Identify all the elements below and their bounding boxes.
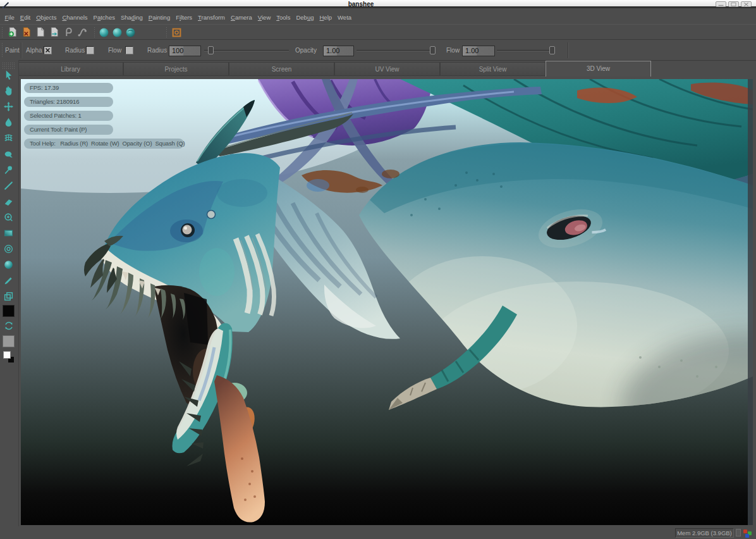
menu-painting[interactable]: Painting — [145, 11, 173, 21]
main-toolbar — [0, 24, 756, 39]
zoom-circle-tool[interactable] — [3, 212, 14, 223]
new-project-icon[interactable] — [8, 27, 18, 37]
radial-falloff-tool[interactable] — [3, 244, 14, 254]
move-transform-tool[interactable] — [3, 101, 14, 112]
flow-toggle-label: Flow — [108, 47, 121, 54]
hud-pill-triangles: Triangles: 2180916 — [24, 97, 113, 107]
radius-field[interactable]: 100 — [169, 46, 201, 56]
flow-label: Flow — [446, 47, 460, 54]
status-bar: Mem 2.9GB (3.9GB) — [0, 526, 756, 539]
select-cursor-tool[interactable] — [3, 70, 14, 80]
tab-uv-view[interactable]: UV View — [334, 62, 440, 76]
close-project-icon[interactable] — [21, 27, 32, 37]
rgb-indicator-blue — [745, 534, 749, 538]
view-tab-bar: LibraryProjectsScreenUV ViewSplit View3D… — [0, 60, 756, 76]
radius-label: Radius — [147, 47, 167, 54]
menu-filters[interactable]: Filters — [173, 11, 195, 21]
screenshot-icon[interactable] — [171, 27, 182, 38]
menu-help[interactable]: Help — [317, 11, 335, 21]
menu-objects[interactable]: Objects — [34, 11, 59, 21]
toolbar-drag-handle[interactable] — [94, 27, 96, 38]
shaded-sphere-lit-icon[interactable] — [112, 27, 123, 38]
radius-slider-track[interactable] — [204, 50, 289, 51]
separator — [568, 42, 569, 58]
tool-palette — [0, 60, 19, 528]
pin-tool[interactable] — [3, 164, 14, 175]
alpha-checkbox[interactable] — [44, 46, 52, 54]
opacity-slider-track[interactable] — [357, 50, 435, 51]
menu-camera[interactable]: Camera — [228, 11, 255, 21]
paint-dab-tool[interactable] — [3, 149, 14, 159]
stroke-line-tool[interactable] — [3, 180, 14, 191]
pan-hand-tool[interactable] — [3, 85, 14, 96]
open-project-icon[interactable] — [35, 27, 46, 37]
opacity-label: Opacity — [295, 47, 317, 54]
menu-patches[interactable]: Patches — [90, 11, 118, 21]
palette-drag-handle[interactable] — [2, 62, 16, 70]
clone-stamp-tool[interactable] — [3, 291, 14, 302]
toolbar-drag-handle[interactable] — [166, 27, 168, 38]
radius-slider-thumb[interactable] — [208, 46, 214, 54]
hud-pill-current-tool: Current Tool: Paint (P) — [24, 125, 113, 135]
brushbar-drag-handle[interactable] — [1, 42, 4, 58]
drop-blur-tool[interactable] — [3, 117, 14, 128]
hud-pill-tool-help: Tool Help: Radius (R) Rotate (W) Opacity… — [24, 139, 184, 149]
curve-tool-icon[interactable] — [77, 27, 88, 37]
opacity-field[interactable]: 1.00 — [323, 46, 354, 56]
radius-toggle-label: Radius — [65, 47, 85, 54]
radius-checkbox[interactable] — [86, 46, 94, 54]
opacity-slider-thumb[interactable] — [430, 46, 436, 54]
save-project-icon[interactable] — [49, 27, 60, 37]
shaded-sphere-flat-icon[interactable] — [99, 27, 109, 38]
flow-slider-thumb[interactable] — [549, 46, 555, 54]
hud-pill-fps: FPS: 17.39 — [24, 83, 113, 93]
alpha-label: Alpha — [26, 47, 42, 54]
title-bar[interactable]: banshee — [0, 0, 756, 8]
pivot-tool-icon[interactable] — [63, 27, 74, 37]
brush-settings-bar: Paint Alpha Radius Flow Radius 100 Opaci… — [0, 39, 756, 60]
menu-file[interactable]: File — [2, 11, 17, 21]
current-tool-label: Paint — [5, 47, 20, 54]
toolbar-drag-handle[interactable] — [1, 27, 4, 38]
application-window: banshee FileEditObjectsChannelsPatchesSh… — [0, 0, 756, 539]
menu-transform[interactable]: Transform — [195, 11, 228, 21]
viewport-3d[interactable]: FPS: 17.39Triangles: 2180916Selected Pat… — [21, 79, 753, 525]
paint-brush-tool[interactable] — [3, 275, 14, 286]
tab-3d-view[interactable]: 3D View — [546, 61, 651, 77]
shaded-sphere-textured-icon[interactable] — [125, 27, 136, 38]
flow-field[interactable]: 1.00 — [462, 46, 495, 56]
window-title: banshee — [0, 0, 722, 8]
eraser-tool[interactable] — [3, 196, 14, 207]
rgb-indicator-red — [743, 530, 747, 533]
menu-edit[interactable]: Edit — [17, 11, 33, 21]
shading-sphere-tool[interactable] — [3, 259, 14, 270]
flow-checkbox[interactable] — [125, 46, 133, 54]
menu-debug[interactable]: Debug — [293, 11, 317, 21]
menu-weta[interactable]: Weta — [335, 11, 355, 21]
minimize-button[interactable] — [716, 1, 726, 7]
separator — [21, 42, 22, 58]
menu-shading[interactable]: Shading — [118, 11, 145, 21]
menu-tools[interactable]: Tools — [274, 11, 293, 21]
tab-projects[interactable]: Projects — [123, 62, 229, 76]
menu-bar: FileEditObjectsChannelsPatchesShadingPai… — [0, 11, 756, 24]
status-mini-button[interactable] — [736, 529, 741, 536]
tab-screen[interactable]: Screen — [229, 62, 334, 76]
marquee-rect-tool[interactable] — [3, 228, 14, 239]
memory-usage: Mem 2.9GB (3.9GB) — [675, 528, 734, 538]
tab-library[interactable]: Library — [18, 62, 123, 76]
menu-view[interactable]: View — [255, 11, 273, 21]
menu-channels[interactable]: Channels — [59, 11, 90, 21]
maximize-button[interactable] — [728, 1, 739, 7]
flow-slider-track[interactable] — [497, 50, 555, 51]
tab-split-view[interactable]: Split View — [440, 62, 546, 76]
warp-grid-tool[interactable] — [3, 133, 14, 144]
hud-pill-selected-patches: Selected Patches: 1 — [24, 111, 113, 121]
close-button[interactable] — [741, 1, 752, 7]
